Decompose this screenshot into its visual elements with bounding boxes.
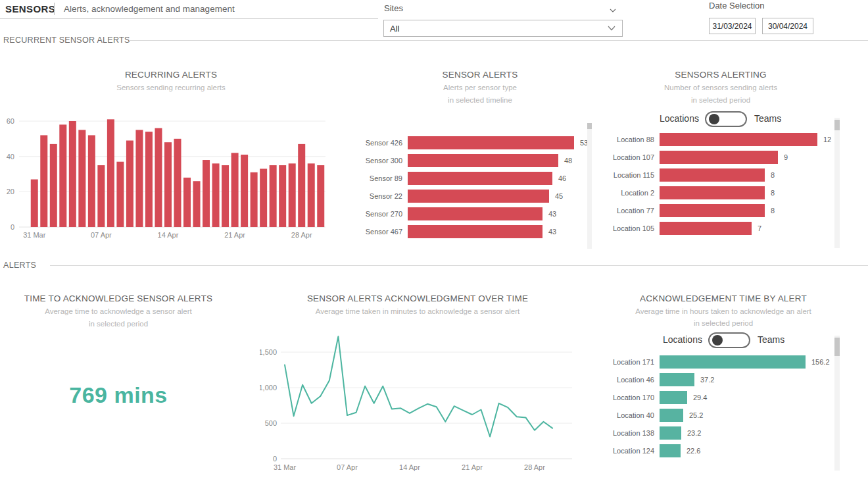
line-series[interactable] [285, 336, 552, 436]
bar-row: Sensor 27043 [349, 205, 585, 222]
column-bar[interactable] [251, 172, 258, 227]
hbar-bar[interactable] [660, 444, 681, 457]
column-bar[interactable] [164, 142, 172, 227]
category-label: Sensor 426 [349, 139, 408, 147]
chart-title-time-to-acknowledge: TIME TO ACKNOWLEDGE SENSOR ALERTS [0, 294, 237, 303]
locations-teams-toggle[interactable] [708, 332, 750, 348]
toggle-label-locations: Locations [660, 113, 699, 124]
sensor-alerts-bar-list: Sensor 42653Sensor 30048Sensor 8946Senso… [349, 134, 585, 240]
column-bar[interactable] [69, 121, 76, 227]
column-bar[interactable] [126, 141, 133, 227]
column-bar[interactable] [59, 124, 66, 227]
hbar-bar[interactable] [408, 172, 552, 185]
column-bar[interactable] [155, 128, 162, 227]
column-bar[interactable] [270, 165, 277, 227]
start-date-input[interactable]: 31/03/2024 [709, 18, 756, 34]
column-bar[interactable] [317, 165, 324, 227]
column-bar[interactable] [50, 144, 57, 227]
y-axis-tick-label: 0 [11, 223, 14, 231]
column-bar[interactable] [222, 165, 229, 227]
column-bar[interactable] [241, 155, 248, 227]
column-bar[interactable] [174, 139, 181, 227]
hbar-bar[interactable] [408, 154, 558, 167]
bar-row: Location 4025.2 [595, 406, 845, 424]
value-label: 12 [823, 136, 831, 143]
column-bar[interactable] [31, 180, 38, 227]
column-bar[interactable] [78, 130, 85, 227]
hbar-bar[interactable] [660, 168, 765, 182]
scrollbar-thumb[interactable] [834, 120, 840, 130]
chart-subtitle: in selected period [0, 320, 237, 328]
bar-row: Sensor 8946 [349, 169, 585, 187]
value-label: 22.6 [687, 447, 700, 455]
scrollbar[interactable] [587, 123, 592, 249]
hbar-bar[interactable] [660, 409, 683, 422]
x-axis-tick-label: 14 Apr [399, 463, 420, 471]
chart-subtitle: in selected period [605, 96, 836, 104]
locations-teams-toggle[interactable] [705, 111, 747, 127]
chevron-down-icon[interactable] [609, 5, 617, 16]
bar-row: Location 17029.4 [595, 388, 845, 406]
column-bar[interactable] [107, 119, 114, 227]
value-label: 43 [548, 210, 556, 218]
column-bar[interactable] [183, 178, 191, 227]
chart-title-ack-time-by-alert: ACKNOWLEDGEMENT TIME BY ALERT [605, 294, 842, 303]
hbar-bar[interactable] [660, 391, 687, 404]
hbar-bar[interactable] [660, 373, 694, 386]
section-title-recurrent: RECURRENT SENSOR ALERTS [3, 36, 130, 45]
scrollbar[interactable] [834, 118, 840, 248]
column-bar[interactable] [88, 135, 95, 227]
scrollbar-thumb[interactable] [587, 123, 592, 129]
value-label: 8 [771, 171, 775, 179]
sites-dropdown[interactable]: All [383, 20, 623, 37]
column-bar[interactable] [203, 160, 210, 227]
toggle-knob[interactable] [709, 114, 719, 124]
end-date-input[interactable]: 30/04/2024 [762, 18, 813, 34]
column-bar[interactable] [212, 163, 220, 227]
toggle-label-teams: Teams [758, 334, 784, 345]
hbar-bar[interactable] [660, 355, 806, 369]
bar-row: Location 8812 [595, 130, 845, 148]
section-title-alerts: ALERTS [3, 261, 36, 270]
chart-subtitle: Average time taken in minutes to acknowl… [243, 307, 592, 315]
column-bar[interactable] [289, 163, 296, 227]
hbar-bar[interactable] [408, 136, 574, 149]
scrollbar-thumb[interactable] [834, 338, 840, 356]
section-divider [129, 40, 868, 41]
column-bar[interactable] [298, 144, 305, 227]
scrollbar[interactable] [834, 336, 840, 471]
hbar-bar[interactable] [660, 133, 817, 146]
value-label: 37.2 [700, 376, 714, 384]
hbar-bar[interactable] [660, 204, 765, 217]
date-selection-label: Date Selection [709, 1, 765, 11]
value-label: 45 [555, 192, 563, 200]
column-bar[interactable] [116, 162, 124, 227]
toggle-label-locations: Locations [663, 334, 702, 345]
column-bar[interactable] [193, 181, 201, 227]
column-bar[interactable] [231, 153, 239, 227]
bar-row: Location 12422.6 [595, 442, 845, 459]
column-bar[interactable] [308, 163, 315, 227]
hbar-bar[interactable] [408, 207, 542, 220]
bar-row: Location 1158 [595, 166, 845, 184]
hbar-bar[interactable] [660, 151, 778, 164]
column-bar[interactable] [97, 165, 105, 227]
hbar-bar[interactable] [408, 190, 549, 203]
category-label: Location 170 [595, 394, 660, 401]
column-bar[interactable] [145, 132, 153, 227]
category-label: Sensor 22 [349, 192, 408, 200]
chart-subtitle: in selected timeline [349, 96, 612, 104]
value-label: 23.2 [687, 429, 701, 437]
column-bar[interactable] [135, 130, 143, 227]
column-bar[interactable] [40, 135, 47, 227]
category-label: Location 138 [595, 429, 660, 437]
y-axis-tick-label: 40 [7, 153, 14, 161]
hbar-bar[interactable] [660, 222, 752, 235]
column-bar[interactable] [279, 165, 286, 227]
chart-title-recurring-alerts: RECURRING ALERTS [13, 70, 329, 80]
column-bar[interactable] [260, 168, 267, 227]
hbar-bar[interactable] [660, 186, 765, 199]
toggle-knob[interactable] [712, 335, 723, 346]
hbar-bar[interactable] [660, 426, 681, 440]
hbar-bar[interactable] [408, 225, 542, 238]
